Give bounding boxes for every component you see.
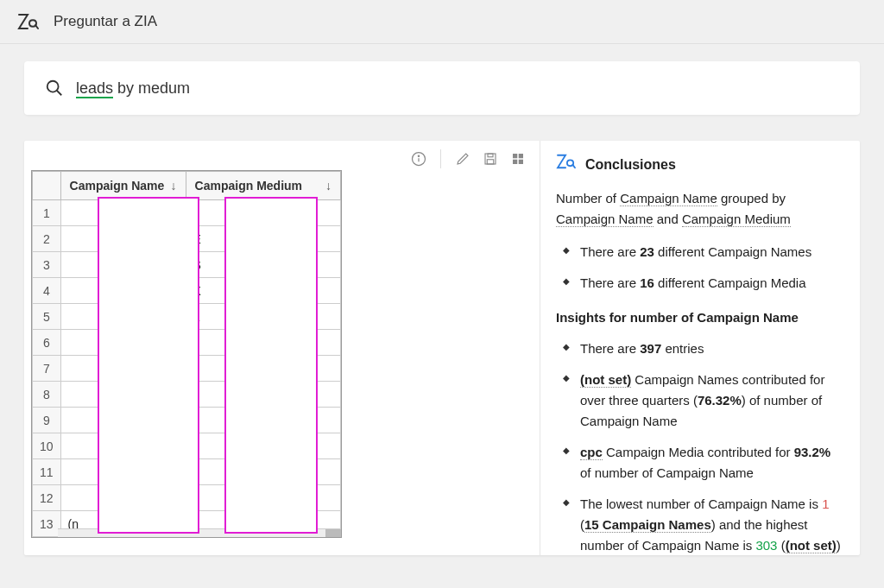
cell-campaign-name — [60, 408, 186, 433]
insight-bullet: (not set) Campaign Names contributed for… — [563, 370, 844, 432]
insight-bullet: There are 397 entries — [563, 338, 844, 359]
cell-campaign-name — [60, 278, 186, 304]
row-number: 6 — [33, 330, 61, 356]
table-row[interactable]: 9p — [33, 408, 341, 433]
insight-bullet: The lowest number of Campaign Name is 1 … — [563, 494, 844, 555]
cell-campaign-name — [60, 382, 186, 408]
cell-campaign-medium: o — [186, 382, 340, 408]
result-left-panel: Campaign Name↓ Campaign Medium↓ 12E3S4X5… — [24, 141, 540, 555]
table-row[interactable]: 10r — [33, 433, 341, 459]
rownum-header — [33, 172, 61, 200]
col-header-campaign-medium[interactable]: Campaign Medium↓ — [186, 172, 340, 200]
search-box[interactable]: leads by medum — [24, 61, 860, 115]
cell-campaign-name — [60, 459, 186, 485]
cell-campaign-medium: c — [186, 330, 340, 356]
cell-campaign-medium: a — [186, 304, 340, 330]
zia-logo-small-icon — [556, 153, 577, 176]
table-row[interactable]: 5a — [33, 304, 341, 330]
grid-view-icon[interactable] — [508, 149, 527, 168]
row-number: 14 — [33, 537, 61, 539]
result-card: Campaign Name↓ Campaign Medium↓ 12E3S4X5… — [24, 141, 860, 555]
row-number: 8 — [33, 382, 61, 408]
zia-logo-icon — [17, 12, 40, 31]
cell-campaign-name — [60, 433, 186, 459]
row-number: 10 — [33, 433, 61, 459]
info-icon[interactable] — [409, 149, 428, 168]
edit-icon[interactable] — [453, 149, 472, 168]
svg-point-0 — [47, 81, 59, 92]
svg-rect-9 — [519, 154, 523, 158]
cell-campaign-name — [60, 200, 186, 226]
scrollbar-thumb[interactable] — [325, 529, 341, 537]
row-number: 12 — [33, 485, 61, 511]
cell-campaign-medium: E — [186, 226, 340, 252]
cell-campaign-medium: S — [186, 252, 340, 278]
summary-bullet: There are 23 different Campaign Names — [563, 242, 844, 262]
app-header: Preguntar a ZIA — [0, 0, 884, 44]
row-number: 1 — [33, 200, 61, 226]
save-icon[interactable] — [481, 149, 500, 168]
data-table: Campaign Name↓ Campaign Medium↓ 12E3S4X5… — [31, 170, 342, 538]
row-number: 7 — [33, 356, 61, 382]
table-row[interactable]: 1 — [33, 200, 341, 226]
cell-campaign-name — [60, 226, 186, 252]
conclusions-intro: Number of Campaign Name grouped by Campa… — [556, 188, 844, 230]
toolbar-divider — [440, 149, 441, 168]
svg-rect-7 — [487, 160, 494, 164]
result-toolbar — [409, 149, 527, 168]
cell-campaign-name — [60, 304, 186, 330]
cell-campaign-name — [60, 330, 186, 356]
cell-campaign-medium: r — [186, 459, 340, 485]
svg-rect-11 — [519, 160, 523, 164]
cell-campaign-name — [60, 356, 186, 382]
row-number: 2 — [33, 226, 61, 252]
page-title: Preguntar a ZIA — [54, 13, 157, 30]
search-section: leads by medum — [0, 44, 884, 141]
search-query: leads by medum — [76, 79, 190, 98]
insights-heading: Insights for number of Campaign Name — [556, 307, 844, 328]
conclusions-panel: Conclusiones Number of Campaign Name gro… — [540, 141, 860, 555]
insight-bullet: cpc Campaign Media contributed for 93.2%… — [563, 442, 844, 484]
cell-campaign-name — [60, 252, 186, 278]
cell-campaign-medium — [186, 200, 340, 226]
row-number: 3 — [33, 252, 61, 278]
table-row[interactable]: 12s — [33, 485, 341, 511]
table-row[interactable]: 8o — [33, 382, 341, 408]
table-scrollbar[interactable] — [58, 528, 341, 537]
col-header-campaign-name[interactable]: Campaign Name↓ — [60, 172, 186, 200]
table-row[interactable]: 6c — [33, 330, 341, 356]
row-number: 5 — [33, 304, 61, 330]
svg-rect-6 — [488, 154, 493, 157]
conclusions-heading: Conclusiones — [585, 154, 676, 176]
table-row[interactable]: 3S — [33, 252, 341, 278]
cell-campaign-name — [60, 485, 186, 511]
summary-bullet: There are 16 different Campaign Media — [563, 273, 844, 294]
search-icon — [45, 79, 64, 98]
svg-line-1 — [57, 91, 62, 96]
svg-rect-10 — [513, 160, 517, 164]
row-number: 9 — [33, 408, 61, 433]
table-row[interactable]: 4X — [33, 278, 341, 304]
row-number: 11 — [33, 459, 61, 485]
cell-campaign-medium: c — [186, 356, 340, 382]
cell-campaign-medium: X — [186, 278, 340, 304]
cell-campaign-medium: p — [186, 408, 340, 433]
row-number: 13 — [33, 511, 61, 537]
table-row[interactable]: 7c — [33, 356, 341, 382]
svg-rect-8 — [513, 154, 517, 158]
cell-campaign-medium: r — [186, 433, 340, 459]
cell-campaign-medium: s — [186, 485, 340, 511]
table-row[interactable]: 11r — [33, 459, 341, 485]
row-number: 4 — [33, 278, 61, 304]
svg-point-4 — [418, 155, 419, 156]
table-row[interactable]: 2E — [33, 226, 341, 252]
